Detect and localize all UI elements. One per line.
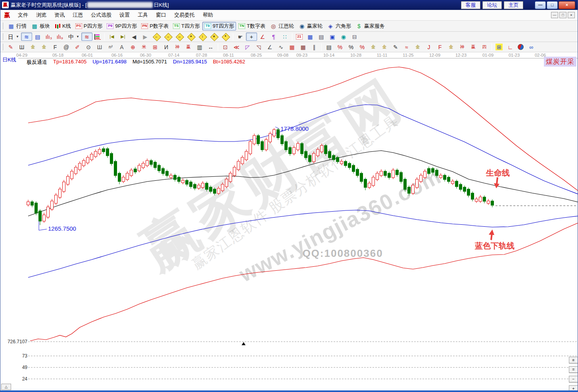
gann-diamond-cross-button[interactable]: × (208, 33, 220, 41)
market-quotes-button[interactable]: ▦行情 (6, 22, 29, 31)
gold-lines-button[interactable]: 金 (379, 43, 390, 51)
nav-next-button[interactable]: ▶ (140, 33, 151, 41)
gann-diamond-both-button[interactable]: ↔ (174, 33, 185, 41)
crosshair-button[interactable]: + (246, 33, 257, 41)
menu-item-3[interactable]: 江恩 (69, 10, 87, 20)
cycle-circle-button[interactable]: ⊙ (83, 43, 94, 51)
mdi-close-button[interactable]: × (568, 12, 575, 18)
compress-view-blue-button[interactable]: ≋ (21, 33, 32, 41)
menu-item-9[interactable]: 帮助 (199, 10, 217, 20)
volume-profile-button[interactable] (92, 33, 103, 40)
gold-grid-1-button[interactable]: 金 (27, 43, 38, 51)
maximize-button[interactable]: □ (547, 1, 558, 9)
customer-service-button[interactable]: 客服 (461, 1, 480, 9)
9t-square-button[interactable]: T99T四方形 (202, 22, 236, 31)
trend-line-button[interactable]: ∠ (257, 33, 268, 41)
bars-9-button[interactable]: ılı₉ (54, 33, 65, 41)
nav-last-button[interactable]: ▶| (117, 33, 129, 41)
compress-view-red-button[interactable]: ≋ (81, 33, 92, 41)
mark-flag-button[interactable]: ¶ (268, 33, 279, 41)
info-panel-button[interactable]: ▤ (32, 33, 43, 41)
minimize-button[interactable]: — (535, 1, 546, 9)
p-square-button[interactable]: PSP四方形 (73, 22, 105, 31)
p-number-table-button[interactable]: PNP数字表 (139, 22, 171, 31)
notes-button[interactable]: ▤ (316, 33, 327, 41)
percent-cross-button[interactable]: % (334, 43, 346, 51)
zigzag-wave-button[interactable]: ∿ (275, 43, 286, 51)
menu-item-6[interactable]: 工具 (134, 10, 152, 20)
angle-fan-button[interactable]: ∠ (264, 43, 275, 51)
expand-panel-button[interactable]: △ (1, 384, 11, 390)
star-web-button[interactable]: 米 (138, 43, 150, 51)
t-number-table-button[interactable]: TNT数字表 (236, 22, 267, 31)
gold-angle-button[interactable]: 金 (446, 43, 457, 51)
menu-item-5[interactable]: 设置 (115, 10, 134, 20)
gann-diamond-vert-button[interactable]: ↕ (197, 33, 208, 41)
percent-button[interactable]: % (346, 43, 357, 51)
ying-angle-button[interactable]: 赢 (468, 43, 479, 51)
gann-diamond-left-button[interactable]: ← (151, 33, 162, 41)
toolbar-drag-handle[interactable] (2, 44, 3, 50)
grid-red-1-button[interactable]: ▦ (286, 43, 298, 51)
forum-button[interactable]: 论坛 (482, 1, 502, 9)
nav-first-button[interactable]: |◀ (106, 33, 117, 41)
gold-circle-button[interactable]: 金 (368, 43, 379, 51)
home-button[interactable]: 主页 (504, 1, 523, 9)
hexagon-button[interactable]: ◈六角形 (325, 22, 353, 31)
ink-mark-button[interactable]: ✎ (390, 43, 401, 51)
square-web-button[interactable]: ⊞ (150, 43, 161, 51)
fan-box-dark-button[interactable]: ◹ (253, 43, 264, 51)
knot-tool-button[interactable]: ∷ (279, 33, 290, 41)
gann-diamond-star-button[interactable]: * (220, 33, 231, 41)
j-angle-button[interactable]: J (423, 43, 434, 51)
menu-item-8[interactable]: 交易委托 (170, 10, 199, 20)
gann-diamond-right-button[interactable]: → (162, 33, 174, 41)
infinity-button[interactable]: ∞ (526, 43, 537, 51)
gann-box-button[interactable]: ⊡ (220, 43, 231, 51)
ying-tool-button[interactable]: 赢 (183, 43, 194, 51)
candle-style-button[interactable]: 中▼ (65, 33, 81, 41)
measure-span-button[interactable]: ↔ (205, 43, 216, 51)
menu-item-0[interactable]: 文件 (14, 10, 32, 20)
sector-blocks-button[interactable]: ▩板块 (29, 22, 52, 31)
web-sync-button[interactable]: ◉ (338, 33, 349, 41)
print-button[interactable]: ⊟ (349, 33, 360, 41)
menu-item-1[interactable]: 浏览 (32, 10, 50, 20)
bars-3-button[interactable]: ılı₃ (43, 33, 54, 41)
9p-square-button[interactable]: P99P四方形 (105, 22, 139, 31)
pan-hand-button[interactable]: ☛ (235, 33, 246, 41)
axis-zigzag-button[interactable]: ∟ (505, 43, 516, 51)
spiral-button[interactable]: @ (61, 43, 72, 51)
f-angle-button[interactable]: F (434, 43, 446, 51)
slant-lines-button[interactable]: ∥ (309, 43, 320, 51)
shen-angle-button[interactable]: 神 (457, 43, 468, 51)
chart-canvas[interactable]: 赢家财富网赢家江恩软件 股票分析软件 江恩工具www.yingjia360.co… (0, 52, 578, 390)
kline-button[interactable]: K线 (52, 22, 73, 31)
gold-band-button[interactable]: 金 (412, 43, 423, 51)
ruler-123-button[interactable]: ▥ (194, 43, 205, 51)
n2-table-button[interactable]: n² (105, 43, 116, 51)
fan-lines-red-button[interactable]: ≪ (231, 43, 242, 51)
mdi-restore-button[interactable]: □ (559, 12, 566, 18)
mdi-minimize-button[interactable]: — (551, 12, 558, 18)
menu-item-7[interactable]: 窗口 (152, 10, 170, 20)
toolbar-drag-handle[interactable] (2, 23, 3, 29)
si-angle-button[interactable]: 四 (479, 43, 490, 51)
circle-cross-button[interactable]: ⊕ (127, 43, 138, 51)
gann-wheel-button[interactable]: ◎江恩轮 (268, 22, 296, 31)
calculator-button[interactable]: ▦ (305, 33, 316, 41)
brush-red-button[interactable]: ✐ (72, 43, 83, 51)
percent-lines-button[interactable]: % (357, 43, 368, 51)
gann-diamond-plus-button[interactable]: + (185, 33, 197, 41)
nav-prev-button[interactable]: ◀ (129, 33, 140, 41)
period-selector-button[interactable]: 日▼ (5, 33, 21, 41)
t-square-button[interactable]: TST四方形 (171, 22, 202, 31)
panel-rows-3-button[interactable]: ≡ (569, 357, 578, 363)
comb-lines-button[interactable]: Ш (16, 43, 27, 51)
panel-rows-2-button[interactable]: = (569, 366, 578, 373)
f-grid-button[interactable]: F (50, 43, 61, 51)
menu-item-4[interactable]: 公式选股 (87, 10, 115, 20)
grid-yellow-button[interactable]: ⊞ (494, 43, 505, 51)
draw-brush-button[interactable]: ✎ (5, 43, 16, 51)
panel-rows-1-button[interactable]: − (569, 376, 578, 382)
